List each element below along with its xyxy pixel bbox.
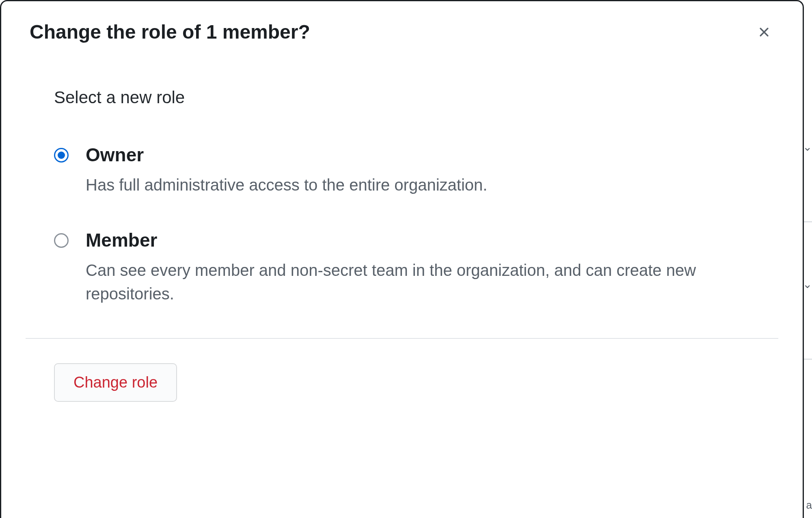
dialog-header: Change the role of 1 member? xyxy=(1,1,803,43)
select-role-prompt: Select a new role xyxy=(54,88,750,107)
role-option-label[interactable]: Owner xyxy=(86,144,750,166)
close-button[interactable] xyxy=(754,22,774,42)
role-option-owner[interactable]: Owner Has full administrative access to … xyxy=(54,144,750,197)
role-option-text: Owner Has full administrative access to … xyxy=(86,144,750,197)
close-icon xyxy=(756,24,772,40)
background-chevron-icon: ⌄ xyxy=(803,141,812,153)
change-role-dialog: Change the role of 1 member? Select a ne… xyxy=(0,0,804,518)
radio-owner[interactable] xyxy=(54,148,69,163)
background-divider xyxy=(804,359,812,360)
role-option-member[interactable]: Member Can see every member and non-secr… xyxy=(54,229,750,306)
role-option-description: Has full administrative access to the en… xyxy=(86,173,719,197)
role-option-text: Member Can see every member and non-secr… xyxy=(86,229,750,306)
dialog-title: Change the role of 1 member? xyxy=(30,21,310,43)
dialog-body: Select a new role Owner Has full adminis… xyxy=(1,43,803,306)
role-option-description: Can see every member and non-secret team… xyxy=(86,258,719,306)
dialog-footer: Change role xyxy=(1,339,803,426)
radio-member[interactable] xyxy=(54,233,69,248)
background-text-fragment: a xyxy=(806,500,812,510)
background-divider xyxy=(804,221,812,222)
change-role-button[interactable]: Change role xyxy=(54,363,177,402)
background-chevron-icon: ⌄ xyxy=(803,279,812,290)
role-option-label[interactable]: Member xyxy=(86,229,750,251)
